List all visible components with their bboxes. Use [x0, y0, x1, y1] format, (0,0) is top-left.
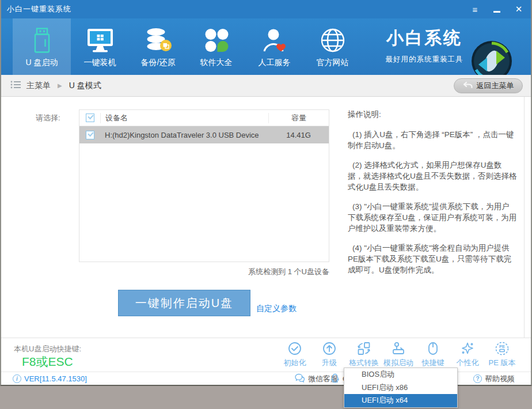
- column-header-capacity: 容量: [268, 113, 329, 123]
- help-label: 帮助视频: [485, 374, 515, 384]
- select-all-checkbox[interactable]: [86, 113, 94, 122]
- monitor-icon: [85, 26, 115, 54]
- instruction-step: (4) "小白一键重装系统"将全程自动为用户提供PE版本下载及系统下载至U盘，只…: [348, 243, 517, 275]
- close-icon[interactable]: ✕: [512, 3, 525, 16]
- brand-block: 小白系统 最好用的系统重装工具: [378, 26, 470, 65]
- nav-item-label: U 盘启动: [26, 58, 58, 68]
- info-icon: i: [13, 374, 21, 383]
- device-name: H:(hd2)Kingston DataTraveler 3.0 USB Dev…: [100, 131, 268, 139]
- nav-item-label: 官方网站: [317, 58, 349, 68]
- brand-tagline: 最好用的系统重装工具: [378, 55, 470, 65]
- pe-version-icon: PE: [495, 341, 510, 356]
- popup-item-bios[interactable]: BIOS启动: [344, 368, 457, 381]
- instructions-panel: 操作说明: (1) 插入U盘，右下角选择 “PE版本” ，点击一键制作启动U盘。…: [348, 109, 517, 284]
- main-navigation: U 盘启动 一键装机: [1, 18, 531, 75]
- boot-mode-popup: BIOS启动 UEFI启动 x86 UEFI启动 x64: [344, 368, 458, 408]
- bottom-toolbar: 本机U盘启动快捷键: F8或ESC 初始化: [1, 338, 531, 372]
- version-text: VER[11.5.47.1530]: [24, 374, 87, 383]
- device-capacity: 14.41G: [268, 131, 329, 139]
- nav-item-one-click-install[interactable]: 一键装机: [71, 18, 129, 75]
- table-row[interactable]: H:(hd2)Kingston DataTraveler 3.0 USB Dev…: [79, 126, 329, 143]
- back-button-label: 返回主菜单: [477, 81, 514, 91]
- title-bar: 小白一键重装系统 ≡ ✕: [1, 0, 531, 18]
- tool-format-convert[interactable]: 格式转换: [347, 341, 381, 368]
- column-header-name: 设备名: [100, 113, 268, 123]
- tool-simulate-boot[interactable]: 模拟启动: [381, 341, 416, 368]
- app-window: 小白一键重装系统 ≡ ✕ U 盘启动: [0, 0, 532, 386]
- nav-item-label: 人工服务: [259, 58, 291, 68]
- breadcrumb: 主菜单 ▶ U 盘模式 返回主菜单: [1, 75, 531, 97]
- check-circle-icon: [287, 341, 302, 356]
- tool-initialize[interactable]: 初始化: [278, 341, 312, 368]
- device-table-header: 设备名 容量: [79, 110, 329, 126]
- svg-text:PE: PE: [499, 344, 505, 349]
- backup-database-icon: [144, 26, 173, 54]
- arrow-up-circle-icon: [322, 341, 337, 356]
- sparkle-star-icon: [460, 341, 475, 356]
- select-label: 请选择:: [36, 113, 60, 123]
- hotkey-value: F8或ESC: [22, 354, 73, 370]
- nav-item-backup-restore[interactable]: 备份/还原: [129, 18, 187, 75]
- instruction-step: (2) 选择格式化方式，如果用户想保存U盘数据，就选择格式化U盘且不丢失数据，否…: [348, 160, 517, 192]
- mouse-icon: [425, 341, 440, 356]
- row-checkbox[interactable]: [86, 131, 94, 139]
- right-divider: [524, 97, 525, 338]
- window-title: 小白一键重装系统: [1, 4, 71, 14]
- tool-personalize[interactable]: 个性化: [450, 341, 485, 368]
- nav-item-support[interactable]: 人工服务: [245, 18, 303, 75]
- detect-status-text: 系统检测到 1 个U盘设备: [79, 267, 329, 277]
- window-controls: ≡ ✕: [469, 0, 525, 18]
- breadcrumb-root[interactable]: 主菜单: [26, 81, 51, 91]
- nav-item-label: 一键装机: [84, 58, 116, 68]
- usb-drive-icon: [29, 26, 55, 54]
- instructions-title: 操作说明:: [348, 109, 517, 120]
- wechat-icon: [295, 373, 305, 384]
- popup-item-uefi-x64[interactable]: UEFI启动 x64: [344, 394, 457, 407]
- convert-icon: [356, 341, 371, 356]
- globe-icon: [320, 26, 346, 54]
- popup-item-uefi-x86[interactable]: UEFI启动 x86: [344, 381, 457, 395]
- menu-icon[interactable]: ≡: [469, 3, 481, 16]
- main-content: 请选择: 设备名 容量 H:(hd2)Kingston DataTraveler…: [1, 97, 531, 338]
- back-arrow-icon: [463, 81, 473, 90]
- version-info: i VER[11.5.47.1530]: [13, 372, 87, 385]
- tool-upgrade[interactable]: 升级: [312, 341, 347, 368]
- list-icon: [10, 81, 21, 90]
- device-table: 设备名 容量 H:(hd2)Kingston DataTraveler 3.0 …: [79, 109, 329, 262]
- breadcrumb-arrow-icon: ▶: [58, 82, 62, 89]
- back-to-main-menu-button[interactable]: 返回主菜单: [454, 78, 523, 93]
- minimize-icon[interactable]: [491, 3, 503, 16]
- tool-pe-version[interactable]: PE PE 版本: [485, 341, 519, 368]
- software-clover-icon: [203, 26, 230, 54]
- breadcrumb-current: U 盘模式: [69, 81, 101, 91]
- help-video[interactable]: ? 帮助视频: [473, 372, 515, 385]
- nav-item-label: 软件大全: [200, 58, 233, 68]
- brand-name: 小白系统: [378, 26, 470, 50]
- hotkey-label: 本机U盘启动快捷键:: [14, 344, 81, 354]
- joystick-icon: [391, 341, 406, 356]
- custom-params-link[interactable]: 自定义参数: [256, 304, 297, 314]
- nav-item-website[interactable]: 官方网站: [303, 18, 362, 75]
- make-boot-usb-button[interactable]: 一键制作启动U盘: [118, 290, 250, 316]
- tool-hotkey[interactable]: 快捷键: [416, 341, 450, 368]
- qq-penguin-icon: [330, 373, 340, 385]
- question-icon: ?: [473, 374, 482, 383]
- instruction-step: (1) 插入U盘，右下角选择 “PE版本” ，点击一键制作启动U盘。: [348, 129, 517, 151]
- nav-item-usb-boot[interactable]: U 盘启动: [13, 18, 71, 75]
- support-person-icon: [261, 26, 288, 54]
- instruction-step: (3) "小白一键重装系统"提供系统下载，为用户下载系统保存至U盘，保证用户有系…: [348, 201, 517, 234]
- nav-item-label: 备份/还原: [141, 58, 176, 68]
- nav-item-software[interactable]: 软件大全: [187, 18, 245, 75]
- tools-row: 初始化 升级: [278, 341, 519, 368]
